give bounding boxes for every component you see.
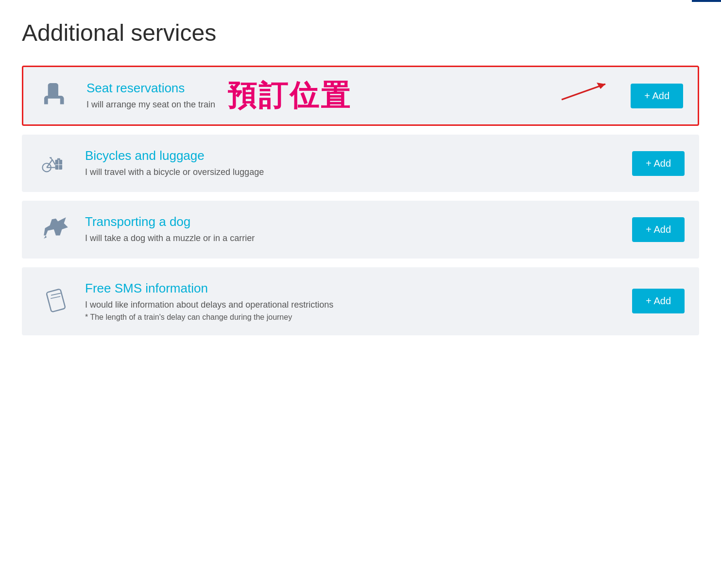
service-desc-transporting-dog: I will take a dog with a muzzle or in a …: [85, 232, 632, 244]
add-button-free-sms[interactable]: + Add: [632, 289, 685, 313]
service-info-free-sms: Free SMS informationI would like informa…: [75, 281, 632, 322]
add-button-transporting-dog[interactable]: + Add: [632, 217, 685, 242]
service-desc-seat-reservations: I will arrange my seat on the train: [86, 99, 631, 111]
sms-icon: [36, 287, 75, 315]
service-title-transporting-dog: Transporting a dog: [85, 214, 632, 229]
service-card-seat-reservations: Seat reservationsI will arrange my seat …: [22, 66, 699, 126]
service-info-seat-reservations: Seat reservationsI will arrange my seat …: [77, 81, 631, 111]
service-card-transporting-dog: Transporting a dogI will take a dog with…: [22, 201, 699, 258]
dog-icon: [36, 215, 75, 243]
svg-line-13: [51, 293, 61, 295]
service-info-transporting-dog: Transporting a dogI will take a dog with…: [75, 214, 632, 244]
svg-line-14: [51, 296, 60, 298]
progress-bar: [692, 0, 721, 2]
svg-line-8: [52, 160, 55, 165]
page-title: Additional services: [22, 19, 699, 46]
services-list: Seat reservationsI will arrange my seat …: [22, 66, 699, 335]
add-button-seat-reservations[interactable]: + Add: [631, 84, 683, 108]
service-info-bicycles-luggage: Bicycles and luggageI will travel with a…: [75, 148, 632, 178]
service-desc-bicycles-luggage: I will travel with a bicycle or oversize…: [85, 166, 632, 178]
service-desc-free-sms: I would like information about delays an…: [85, 299, 632, 311]
service-card-free-sms: Free SMS informationI would like informa…: [22, 267, 699, 335]
add-button-bicycles-luggage[interactable]: + Add: [632, 151, 685, 176]
bicycle-icon: [36, 149, 75, 177]
seat-icon: [38, 82, 77, 110]
service-desc2-free-sms: * The length of a train's delay can chan…: [85, 313, 632, 322]
service-title-free-sms: Free SMS information: [85, 281, 632, 296]
service-title-bicycles-luggage: Bicycles and luggage: [85, 148, 632, 163]
svg-rect-12: [46, 289, 66, 312]
service-title-seat-reservations: Seat reservations: [86, 81, 631, 96]
service-card-bicycles-luggage: Bicycles and luggageI will travel with a…: [22, 135, 699, 192]
